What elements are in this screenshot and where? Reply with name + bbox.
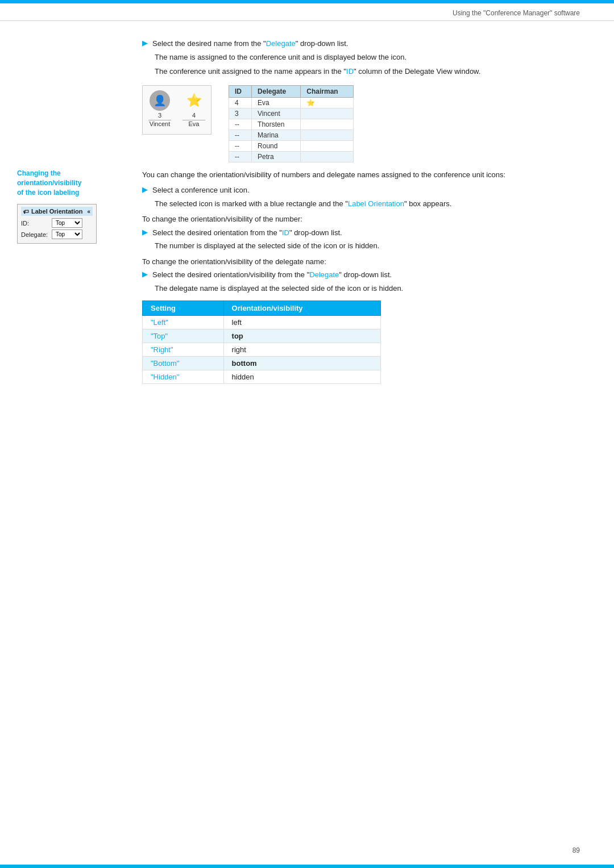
step-1-text: Select the desired name from the "Delega…: [152, 38, 580, 49]
conf-icon-number-4: 4: [192, 112, 196, 119]
delegate-table-header-id: ID: [229, 85, 252, 97]
step-1-sub-1: The name is assigned to the conference u…: [155, 52, 580, 63]
delegate-table: ID Delegate Chairman 4 Eva ⭐ 3: [229, 85, 354, 162]
orient-setting-left: "Left": [143, 316, 224, 329]
lo-id-label: ID:: [21, 220, 52, 227]
table-cell-delegate: Round: [252, 140, 301, 151]
step-2-arrow: ▶: [142, 185, 148, 194]
to-change-number: To change the orientation/visibility of …: [142, 214, 580, 225]
table-cell-delegate: Thorsten: [252, 119, 301, 130]
lo-delegate-select[interactable]: Top Left Right Bottom Hidden: [52, 229, 82, 239]
step-3-text: Select the desired orientation from the …: [152, 227, 580, 239]
orientation-table: Setting Orientation/visibility "Left" le…: [142, 301, 381, 384]
orient-header-setting: Setting: [143, 301, 224, 316]
orient-value-bottom: bottom: [223, 357, 380, 370]
orient-value-top: top: [223, 329, 380, 343]
orient-value-hidden: hidden: [223, 370, 380, 384]
main-content: Changing the orientation/visibilityof th…: [0, 21, 614, 868]
orient-setting-bottom: "Bottom": [143, 357, 224, 370]
conf-icon-name-eva: Eva: [189, 120, 200, 127]
sidebar: Changing the orientation/visibilityof th…: [0, 32, 125, 857]
delegate-link-2: Delegate: [309, 270, 339, 279]
step-3: ▶ Select the desired orientation from th…: [142, 227, 580, 239]
orient-setting-top: "Top": [143, 329, 224, 343]
step-2-sub-text: The selected icon is marked with a blue …: [155, 198, 580, 210]
table-cell-chairman: [301, 151, 354, 162]
lo-title-text: Label Orientation: [31, 208, 82, 215]
step-1-arrow: ▶: [142, 39, 148, 47]
table-row: -- Thorsten: [229, 119, 354, 130]
step-4-text: Select the desired orientation/visibilit…: [152, 269, 580, 281]
lo-id-row: ID: Top Left Right Bottom Hidden: [21, 218, 93, 228]
table-row: -- Petra: [229, 151, 354, 162]
conf-icon-name-vincent: Vincent: [150, 120, 171, 127]
id-link-2: ID: [282, 228, 289, 237]
header-title: Using the "Conference Manager" software: [453, 9, 580, 17]
step-3-arrow: ▶: [142, 228, 148, 236]
step-3-sub-text: The number is displayed at the selected …: [155, 240, 580, 252]
table-cell-id: 4: [229, 97, 252, 108]
table-cell-id: --: [229, 140, 252, 151]
table-cell-chairman: ⭐: [301, 97, 354, 108]
to-change-delegate: To change the orientation/visibility of …: [142, 256, 580, 268]
table-row: "Hidden" hidden: [143, 370, 381, 384]
table-cell-id: 3: [229, 108, 252, 119]
delegate-table-header-delegate: Delegate: [252, 85, 301, 97]
content-area: ▶ Select the desired name from the "Dele…: [125, 32, 614, 857]
label-orientation-icon: 🏷: [23, 208, 29, 215]
table-cell-chairman: [301, 119, 354, 130]
conf-icon-star-avatar: ⭐: [184, 90, 204, 111]
table-cell-chairman: [301, 108, 354, 119]
step-1: ▶ Select the desired name from the "Dele…: [142, 38, 580, 49]
table-cell-delegate: Petra: [252, 151, 301, 162]
orient-setting-hidden: "Hidden": [143, 370, 224, 384]
lo-title: 🏷 Label Orientation «: [21, 207, 93, 216]
lo-close-button[interactable]: «: [87, 208, 90, 215]
conf-icon-person: 👤 3 Vincent: [148, 90, 171, 127]
step-2-text: Select a conference unit icon.: [152, 185, 580, 196]
conf-icon-star: ⭐ 4 Eva: [182, 90, 205, 127]
step-4: ▶ Select the desired orientation/visibil…: [142, 269, 580, 281]
sidebar-section-title: Changing the orientation/visibilityof th…: [17, 169, 119, 197]
lo-delegate-label: Delegate:: [21, 231, 52, 238]
table-row: "Top" top: [143, 329, 381, 343]
table-row: -- Round: [229, 140, 354, 151]
step-1-sub: The name is assigned to the conference u…: [155, 52, 580, 77]
table-cell-id: --: [229, 119, 252, 130]
step-4-sub: The delegate name is displayed at the se…: [155, 283, 580, 294]
bottom-bar: [0, 865, 614, 868]
table-cell-chairman: [301, 130, 354, 140]
table-row: "Right" right: [143, 343, 381, 357]
table-cell-delegate: Vincent: [252, 108, 301, 119]
lo-delegate-row: Delegate: Top Left Right Bottom Hidden: [21, 229, 93, 239]
section-intro: You can change the orientation/visibilit…: [142, 169, 580, 181]
delegate-link-1: Delegate: [266, 39, 296, 48]
table-row: 4 Eva ⭐: [229, 97, 354, 108]
label-orientation-link: Label Orientation: [348, 199, 404, 208]
id-link-1: ID: [346, 67, 354, 76]
conf-icon-number-3: 3: [158, 112, 161, 119]
orient-value-left: left: [223, 316, 380, 329]
table-row: 3 Vincent: [229, 108, 354, 119]
table-cell-delegate: Marina: [252, 130, 301, 140]
table-row: "Bottom" bottom: [143, 357, 381, 370]
illustration-area: 👤 3 Vincent ⭐ 4 Eva: [142, 85, 580, 162]
label-orientation-box: 🏷 Label Orientation « ID: Top Left Right…: [17, 204, 97, 244]
table-row: -- Marina: [229, 130, 354, 140]
lo-id-select[interactable]: Top Left Right Bottom Hidden: [52, 218, 82, 228]
step-4-sub-text: The delegate name is displayed at the se…: [155, 283, 580, 294]
step-2: ▶ Select a conference unit icon.: [142, 185, 580, 196]
table-cell-id: --: [229, 130, 252, 140]
step-4-arrow: ▶: [142, 270, 148, 278]
step-2-sub: The selected icon is marked with a blue …: [155, 198, 580, 210]
step-3-sub: The number is displayed at the selected …: [155, 240, 580, 252]
orient-value-right: right: [223, 343, 380, 357]
table-cell-chairman: [301, 140, 354, 151]
orient-setting-right: "Right": [143, 343, 224, 357]
page-header: Using the "Conference Manager" software: [0, 3, 614, 21]
step-1-sub-2: The conference unit assigned to the name…: [155, 66, 580, 77]
table-cell-delegate: Eva: [252, 97, 301, 108]
conf-icons-illustration: 👤 3 Vincent ⭐ 4 Eva: [142, 85, 211, 135]
orient-header-value: Orientation/visibility: [223, 301, 380, 316]
page-number: 89: [572, 846, 580, 854]
